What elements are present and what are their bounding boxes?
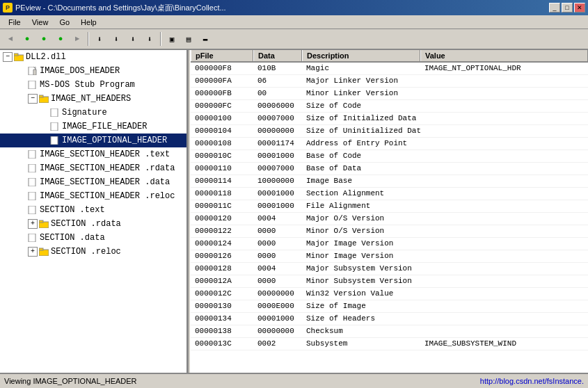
expand-sec-rdata[interactable]: +: [28, 219, 38, 229]
tree-item-sec-data[interactable]: SECTION .data: [0, 231, 186, 245]
col-header-data[interactable]: Data: [253, 50, 302, 61]
toolbar-sep2: [160, 32, 161, 46]
td-pfile: 000000FC: [191, 100, 253, 112]
toolbar-view1[interactable]: ▣: [164, 31, 180, 47]
table-row[interactable]: 0000010C 00001000 Base of Code: [191, 150, 588, 163]
maximize-button[interactable]: □: [562, 3, 573, 13]
td-desc: Win32 Version Value: [302, 288, 420, 300]
expand-sec-reloc[interactable]: +: [28, 247, 38, 257]
toolbar-dl2[interactable]: ⬇: [109, 31, 124, 47]
td-value: [420, 163, 588, 175]
tree-item-sec-text[interactable]: SECTION .text: [0, 203, 186, 217]
tree-item-section-data[interactable]: IMAGE_SECTION_HEADER .data: [0, 175, 186, 189]
td-data: 06: [253, 75, 302, 87]
toolbar-view3[interactable]: ▬: [198, 31, 213, 47]
tree-label-section-text: IMAGE_SECTION_HEADER .text: [40, 148, 170, 161]
td-data: 00006000: [253, 100, 302, 112]
table-row[interactable]: 00000100 00007000 Size of Initialized Da…: [191, 113, 588, 125]
tree-item-dll2[interactable]: − DLL2.dll: [0, 50, 186, 64]
tree-item-nt-headers[interactable]: − IMAGE_NT_HEADERS: [0, 92, 186, 106]
tree-item-file-header[interactable]: IMAGE_FILE_HEADER: [0, 120, 186, 134]
table-row[interactable]: 00000128 0004 Major Subsystem Version: [191, 263, 588, 275]
toolbar-dl1[interactable]: ⬇: [92, 31, 107, 47]
folder-icon-dll2: [14, 53, 24, 61]
file-icon-sig: [50, 108, 60, 117]
td-desc: Size of Image: [302, 300, 420, 312]
toolbar-view2[interactable]: ▤: [181, 31, 196, 47]
tree-item-sec-rdata[interactable]: + SECTION .rdata: [0, 217, 186, 231]
menu-view[interactable]: View: [26, 17, 54, 28]
td-pfile: 00000138: [191, 325, 253, 337]
svg-rect-17: [29, 234, 35, 242]
tree-item-section-reloc[interactable]: IMAGE_SECTION_HEADER .reloc: [0, 189, 186, 203]
td-value: [420, 325, 588, 337]
expand-dll2[interactable]: −: [3, 52, 13, 62]
table-row[interactable]: 00000134 00001000 Size of Headers: [191, 313, 588, 325]
tree-item-sec-reloc[interactable]: + SECTION .reloc: [0, 245, 186, 259]
table-row[interactable]: 0000013C 0002 Subsystem IMAGE_SUBSYSTEM_…: [191, 338, 588, 350]
folder-icon-reloc: [39, 248, 49, 256]
td-desc: Image Base: [302, 175, 420, 187]
svg-rect-10: [29, 150, 35, 159]
tree-item-msdos-stub[interactable]: MS-DOS Stub Program: [0, 78, 186, 92]
td-pfile: 00000134: [191, 313, 253, 325]
td-desc: File Alignment: [302, 200, 420, 212]
folder-icon-rdata: [39, 220, 49, 228]
td-pfile: 00000118: [191, 188, 253, 200]
toolbar-dl4[interactable]: ⬇: [142, 31, 157, 47]
table-row[interactable]: 000000FA 06 Major Linker Version: [191, 75, 588, 88]
menu-go[interactable]: Go: [54, 17, 75, 28]
td-value: [420, 213, 588, 225]
menu-help[interactable]: Help: [75, 17, 102, 28]
table-row[interactable]: 00000130 0000E000 Size of Image: [191, 300, 588, 313]
tree-item-section-text[interactable]: IMAGE_SECTION_HEADER .text: [0, 147, 186, 161]
file-icon-st: [28, 150, 38, 159]
col-header-pfile[interactable]: pFile: [191, 50, 253, 61]
toolbar-dl3[interactable]: ⬇: [125, 31, 141, 47]
table-row[interactable]: 00000124 0000 Major Image Version: [191, 238, 588, 250]
table-row[interactable]: 00000108 00001174 Address of Entry Point: [191, 138, 588, 150]
toolbar-green1[interactable]: ●: [19, 31, 35, 47]
td-pfile: 00000126: [191, 250, 253, 262]
table-row[interactable]: 00000120 0004 Major O/S Version: [191, 213, 588, 225]
table-row[interactable]: 000000FB 00 Minor Linker Version: [191, 88, 588, 100]
table-row[interactable]: 00000118 00001000 Section Alignment: [191, 188, 588, 200]
table-row[interactable]: 00000138 00000000 Checksum: [191, 325, 588, 338]
tree-item-section-rdata[interactable]: IMAGE_SECTION_HEADER .rdata: [0, 161, 186, 175]
td-value: [420, 288, 588, 300]
toolbar-back[interactable]: ◄: [3, 31, 18, 47]
table-row[interactable]: 00000110 00007000 Base of Data: [191, 163, 588, 175]
table-row[interactable]: 000000FC 00006000 Size of Code: [191, 100, 588, 113]
td-data: 00000000: [253, 125, 302, 137]
menu-file[interactable]: File: [3, 17, 26, 28]
table-row[interactable]: 0000012A 0000 Minor Subsystem Version: [191, 275, 588, 288]
toolbar-green3[interactable]: ●: [53, 31, 68, 47]
table-row[interactable]: 000000F8 010B Magic IMAGE_NT_OPTIONAL_HD…: [191, 63, 588, 75]
table-row[interactable]: 00000114 10000000 Image Base: [191, 175, 588, 188]
col-header-desc[interactable]: Description: [302, 50, 420, 61]
toolbar-forward[interactable]: ►: [70, 31, 85, 47]
minimize-button[interactable]: _: [549, 3, 560, 13]
toolbar-green2[interactable]: ●: [36, 31, 51, 47]
td-desc: Checksum: [302, 325, 420, 337]
td-pfile: 0000011C: [191, 200, 253, 212]
td-value: [420, 125, 588, 137]
table-row[interactable]: 00000126 0000 Minor Image Version: [191, 250, 588, 263]
td-data: 0000: [253, 250, 302, 262]
td-value: [420, 88, 588, 99]
table-row[interactable]: 00000104 00000000 Size of Uninitialized …: [191, 125, 588, 138]
svg-rect-9: [51, 136, 58, 145]
close-button[interactable]: ✕: [574, 3, 585, 13]
svg-rect-1: [14, 54, 18, 56]
tree-item-optional-header[interactable]: IMAGE_OPTIONAL_HEADER: [0, 134, 186, 147]
expand-nt-headers[interactable]: −: [28, 94, 38, 104]
table-row[interactable]: 0000012C 00000000 Win32 Version Value: [191, 288, 588, 300]
tree-item-dos-header[interactable]: IMAGE_DOS_HEADER: [0, 64, 186, 78]
td-pfile: 0000012C: [191, 288, 253, 300]
col-header-value[interactable]: Value: [420, 50, 588, 61]
td-pfile: 00000124: [191, 238, 253, 250]
tree-item-signature[interactable]: Signature: [0, 106, 186, 120]
table-row[interactable]: 00000122 0000 Minor O/S Version: [191, 225, 588, 238]
table-row[interactable]: 0000011C 00001000 File Alignment: [191, 200, 588, 213]
tree-label-section-rdata: IMAGE_SECTION_HEADER .rdata: [40, 162, 175, 175]
